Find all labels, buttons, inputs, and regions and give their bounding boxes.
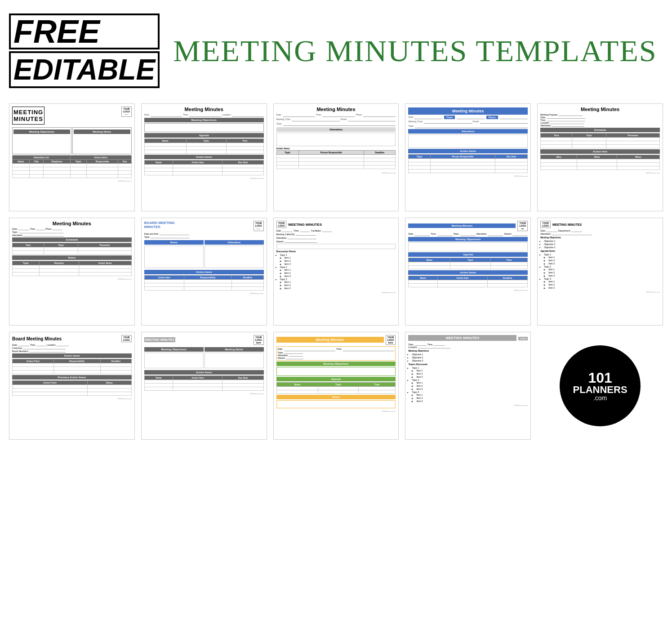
page-title: Meeting Minutes Templates: [173, 33, 657, 69]
t5-action-header: Action Item: [540, 149, 660, 154]
t10-agenda: Topic 1 Item 1Item 2Item 3 Topic 2 Item …: [544, 253, 660, 289]
t14-objectives-label: Meeting Objectives: [408, 349, 528, 352]
t10-title: MEETING MINUTES: [552, 223, 582, 226]
t13-footer: 101Planners.com: [276, 410, 396, 412]
t8-logo: YOURLOGO: [276, 221, 287, 228]
t12-objectives-header: Meeting Objective/s: [144, 347, 204, 352]
t4-title: Meeting Minutes: [408, 107, 528, 115]
t12-title: MEETING MINUTES: [144, 337, 175, 342]
t7-action-table: Action ItemResponsibilityDeadline: [144, 275, 264, 290]
t4-attendees-area: [408, 134, 528, 148]
t14-footer: 101Planners.com: [408, 404, 528, 407]
t2-objectives-area: [144, 123, 264, 132]
brand-dotcom: .com: [593, 395, 607, 401]
t9-title: Meeting Minutes: [408, 223, 516, 228]
template-card-4[interactable]: Meeting Minutes Date: Time: Place: Meeti…: [405, 103, 531, 211]
t3-footer: 101Planners.com: [276, 172, 396, 174]
t13-agenda-table: Name Topic Time: [276, 382, 396, 394]
template-card-13[interactable]: Meeting Minutes YOURLOGOhere Date: Time:…: [273, 332, 399, 440]
t7-notes-header: Notes: [144, 240, 204, 245]
template-card-3[interactable]: Meeting Minutes Date: Time: Place: Meeti…: [273, 103, 399, 211]
t2-agenda-header: Agenda: [144, 133, 264, 138]
t7-footer: 101Planners.com: [144, 292, 264, 295]
t12-footer: 101Planners.com: [144, 393, 264, 395]
t5-footer: 101Planners.com: [540, 172, 660, 174]
t12-objectives-area: [144, 353, 204, 368]
t9-agenda-header: Agenda: [408, 252, 528, 257]
templates-grid: MEETINGMINUTES YOURLOGOhere Meeting Obje…: [9, 103, 663, 440]
t14-objectives: Objective 1Objective 2Objective 3: [412, 353, 528, 362]
t12-notes-area: [205, 353, 264, 368]
template-card-5[interactable]: Meeting Minutes Meeting Purpose: _______…: [537, 103, 663, 211]
t13-notes-area: [276, 400, 396, 408]
t9-logo: YOURLOGOhere: [517, 221, 528, 231]
t6-notes-table: TopicRemarksAction Items: [12, 261, 132, 276]
t11-action-table: Action PointResponsibilityDeadline: [12, 359, 132, 374]
t7-action-header: Action Items: [144, 270, 264, 274]
t4-action-header: Action Items: [408, 149, 528, 153]
t12-notes-header: Meeting Notes: [205, 347, 264, 352]
template-card-15[interactable]: 101 PLANNERS .com: [537, 332, 663, 440]
t13-agenda-header: Agenda: [276, 377, 396, 381]
t2-title: Meeting Minutes: [144, 107, 264, 112]
t7-notes-area: [144, 246, 204, 268]
t13-logo: YOURLOGOhere: [386, 335, 396, 345]
t13-notes-header: Notes: [276, 395, 396, 399]
t12-action-header: Action Items: [144, 370, 264, 375]
t2-action-table: NameAction ItemDue Date: [144, 160, 264, 175]
t12-action-table: NameAction ItemDue Date: [144, 375, 264, 391]
free-editable-block: FREE Editable: [9, 13, 160, 88]
t8-title: MEETING MINUTES: [288, 223, 322, 227]
t3-attendees-header: Attendees: [276, 127, 396, 132]
t6-schedule-header: Schedule: [12, 237, 132, 242]
t3-attendees-area: [276, 133, 396, 146]
template-card-7[interactable]: BOARD MEETING MINUTES YOURLOGOhere Date …: [141, 218, 267, 326]
t7-subtitle: MINUTES: [144, 225, 175, 229]
t13-title: Meeting Minutes: [276, 337, 384, 343]
t1-logo: YOURLOGOhere: [121, 107, 132, 117]
template-card-2[interactable]: Meeting Minutes Date: Time: Location: Me…: [141, 103, 267, 211]
brand-planners: PLANNERS: [573, 385, 627, 395]
template-card-12[interactable]: MEETING MINUTES YOURLOGOhere Meeting Obj…: [141, 332, 267, 440]
t11-prev-action-header: Previous Action Items: [12, 375, 132, 380]
t10-footer: 101Planners.com: [540, 291, 660, 293]
template-card-10[interactable]: YOURLOGO MEETING MINUTES Date: _________…: [537, 218, 663, 326]
t2-action-header: Action Items: [144, 155, 264, 159]
t6-notes-header: Notes: [12, 255, 132, 260]
t14-title: MEETING MINUTES: [408, 335, 516, 341]
template-card-14[interactable]: MEETING MINUTES LOGO Date: __________ Ti…: [405, 332, 531, 440]
t11-logo: YOURLOGO: [121, 335, 132, 342]
template-card-6[interactable]: Meeting Minutes Date: _________ Time: __…: [9, 218, 135, 326]
t3-title: Meeting Minutes: [276, 107, 396, 112]
editable-label: Editable: [9, 51, 160, 88]
t2-footer: 101Planners.com: [144, 177, 264, 179]
t1-footer: 101Planners.com: [12, 180, 132, 182]
free-label: FREE: [9, 13, 160, 49]
t7-title: BOARD MEETING: [144, 221, 175, 225]
t13-objectives-area: [276, 367, 396, 376]
t8-topic-area: [276, 244, 396, 249]
t5-action-table: WhoWhatWhen: [540, 155, 660, 170]
t7-logo: YOURLOGOhere: [254, 221, 264, 231]
t1-attendees-table: Attendees ListAction Items NameTitleTele…: [12, 155, 132, 178]
page-header: FREE Editable Meeting Minutes Templates: [9, 9, 663, 93]
t12-logo: YOURLOGOhere: [254, 335, 264, 345]
t9-objectives-header: Meeting Objective/s: [408, 237, 528, 241]
t6-footer: 101Planners.com: [12, 278, 132, 280]
t7-attendees-header: Attendees: [205, 240, 264, 245]
t11-action-header: Action Items: [12, 353, 132, 358]
t9-action-table: NameAction ItemDeadline: [408, 276, 528, 287]
t8-discussion-label: Discussion Points: [276, 250, 396, 253]
t8-footer: 101Planners.com: [276, 291, 396, 294]
t14-topics: Topic 1 Item 1Item 2Item 3 Topic 2 Item …: [412, 366, 528, 402]
t7-attendees-area: [205, 246, 264, 268]
t9-agenda-table: NameTopicTime: [408, 258, 528, 269]
template-card-8[interactable]: YOURLOGO MEETING MINUTES Date: ________T…: [273, 218, 399, 326]
template-card-9[interactable]: Meeting Minutes YOURLOGOhere Date: Time:…: [405, 218, 531, 326]
template-card-1[interactable]: MEETINGMINUTES YOURLOGOhere Meeting Obje…: [9, 103, 135, 211]
t10-objectives-label: Meeting Objectives: [540, 236, 660, 239]
template-card-11[interactable]: Board Meeting Minutes YOURLOGO Date: ___…: [9, 332, 135, 440]
t5-schedule-table: TimeTopicPresenter: [540, 133, 660, 148]
t11-title: Board Meeting Minutes: [12, 336, 62, 341]
t10-agenda-label: Agenda Items: [540, 250, 660, 252]
